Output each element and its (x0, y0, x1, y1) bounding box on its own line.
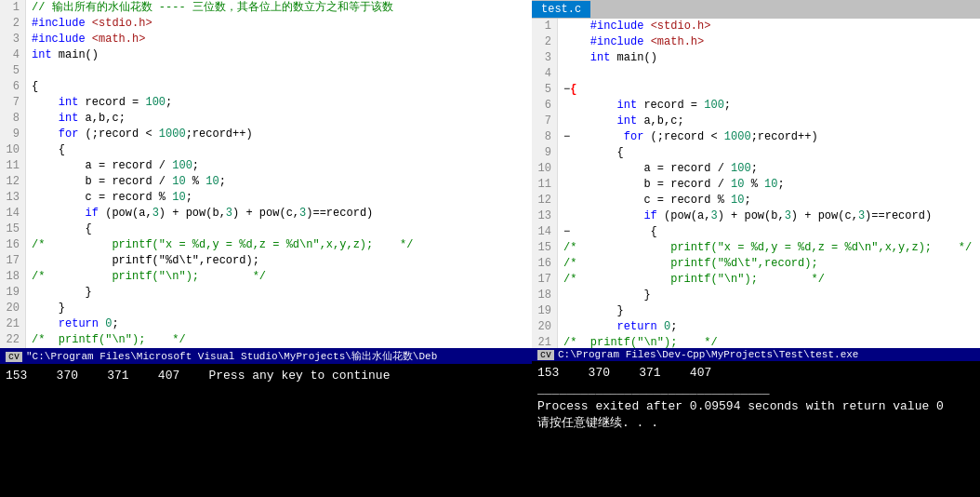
terminal-right-title: cvC:\Program Files\Dev-Cpp\MyProjects\Te… (532, 348, 980, 361)
right-editor-tab[interactable]: test.c (532, 1, 590, 18)
cv-icon-left: cv (6, 352, 22, 362)
left-code-area: 1234567891011121314151617181920212223 //… (0, 0, 532, 348)
main-area: 1234567891011121314151617181920212223 //… (0, 0, 980, 348)
left-code-content[interactable]: // 输出所有的水仙花数 ---- 三位数，其各位上的数立方之和等于该数#inc… (26, 0, 532, 348)
terminal-right: cvC:\Program Files\Dev-Cpp\MyProjects\Te… (532, 348, 980, 497)
bottom-area: cv"C:\Program Files\Microsoft Visual Stu… (0, 348, 980, 497)
left-line-numbers: 1234567891011121314151617181920212223 (0, 0, 26, 348)
right-code-content[interactable]: #include <stdio.h> #include <math.h> int… (558, 19, 980, 348)
terminal-left-content: 153 370 371 407 Press any key to continu… (0, 364, 532, 497)
right-editor: test.c 123456789101112131415161718192021… (532, 0, 980, 348)
right-tab-bar: test.c (532, 0, 980, 19)
terminal-right-content: 153 370 371 407 ________________________… (532, 361, 980, 497)
terminal-left-title: cv"C:\Program Files\Microsoft Visual Stu… (0, 348, 532, 364)
left-editor: 1234567891011121314151617181920212223 //… (0, 0, 532, 348)
terminal-left: cv"C:\Program Files\Microsoft Visual Stu… (0, 348, 532, 497)
right-code-area: 12345678910111213141516171819202122 #inc… (532, 19, 980, 348)
right-line-numbers: 12345678910111213141516171819202122 (532, 19, 558, 348)
cv-icon-right: cv (537, 350, 554, 360)
